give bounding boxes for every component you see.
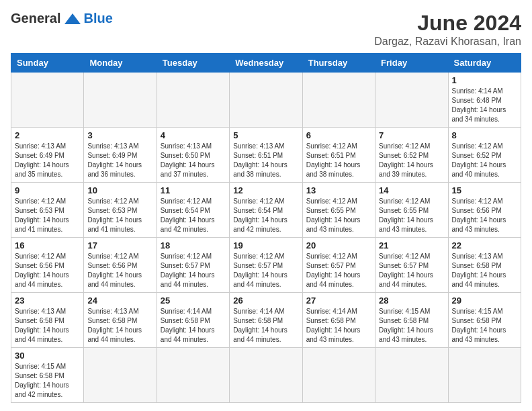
day-info: Sunrise: 4:12 AM Sunset: 6:55 PM Dayligh…: [379, 197, 444, 234]
day-info: Sunrise: 4:12 AM Sunset: 6:56 PM Dayligh…: [452, 197, 517, 234]
day-number: 23: [15, 295, 80, 306]
calendar-cell: 1Sunrise: 4:14 AM Sunset: 6:48 PM Daylig…: [448, 73, 521, 128]
week-row-3: 16Sunrise: 4:12 AM Sunset: 6:56 PM Dayli…: [11, 238, 521, 293]
calendar-cell: [302, 73, 375, 128]
day-number: 20: [306, 240, 371, 250]
calendar-cell: 20Sunrise: 4:12 AM Sunset: 6:57 PM Dayli…: [302, 238, 375, 293]
day-info: Sunrise: 4:14 AM Sunset: 6:48 PM Dayligh…: [452, 87, 517, 124]
calendar-cell: 16Sunrise: 4:12 AM Sunset: 6:56 PM Dayli…: [11, 238, 84, 293]
week-row-2: 9Sunrise: 4:12 AM Sunset: 6:53 PM Daylig…: [11, 183, 521, 238]
day-number: 21: [379, 240, 444, 250]
week-row-0: 1Sunrise: 4:14 AM Sunset: 6:48 PM Daylig…: [11, 73, 521, 128]
calendar-table: SundayMondayTuesdayWednesdayThursdayFrid…: [11, 53, 521, 403]
day-number: 15: [452, 185, 517, 195]
day-info: Sunrise: 4:12 AM Sunset: 6:55 PM Dayligh…: [306, 197, 371, 234]
calendar-cell: 17Sunrise: 4:12 AM Sunset: 6:56 PM Dayli…: [84, 238, 157, 293]
calendar-cell: 22Sunrise: 4:13 AM Sunset: 6:58 PM Dayli…: [448, 238, 521, 293]
weekday-header-saturday: Saturday: [448, 54, 521, 73]
day-number: 4: [161, 130, 226, 140]
day-number: 26: [233, 295, 298, 306]
day-info: Sunrise: 4:14 AM Sunset: 6:58 PM Dayligh…: [306, 307, 371, 345]
day-number: 27: [306, 295, 371, 306]
title-area: June 2024 Dargaz, Razavi Khorasan, Iran: [374, 11, 521, 48]
calendar-body: 1Sunrise: 4:14 AM Sunset: 6:48 PM Daylig…: [11, 73, 521, 403]
weekday-header-sunday: Sunday: [11, 54, 84, 73]
day-info: Sunrise: 4:12 AM Sunset: 6:51 PM Dayligh…: [306, 142, 371, 179]
calendar-cell: 29Sunrise: 4:15 AM Sunset: 6:58 PM Dayli…: [448, 293, 521, 348]
week-row-5: 30Sunrise: 4:15 AM Sunset: 6:58 PM Dayli…: [11, 348, 521, 403]
day-number: 17: [87, 240, 152, 250]
weekday-header-thursday: Thursday: [302, 54, 375, 73]
calendar-cell: [302, 348, 375, 403]
calendar-cell: 7Sunrise: 4:12 AM Sunset: 6:52 PM Daylig…: [375, 128, 448, 183]
calendar-cell: 27Sunrise: 4:14 AM Sunset: 6:58 PM Dayli…: [302, 293, 375, 348]
day-info: Sunrise: 4:12 AM Sunset: 6:56 PM Dayligh…: [15, 252, 80, 289]
calendar-cell: 21Sunrise: 4:12 AM Sunset: 6:57 PM Dayli…: [375, 238, 448, 293]
calendar-cell: [448, 348, 521, 403]
calendar-cell: [230, 348, 302, 403]
day-info: Sunrise: 4:15 AM Sunset: 6:58 PM Dayligh…: [379, 307, 444, 345]
logo: General Blue: [11, 11, 113, 26]
day-info: Sunrise: 4:13 AM Sunset: 6:58 PM Dayligh…: [15, 307, 80, 345]
weekday-row: SundayMondayTuesdayWednesdayThursdayFrid…: [11, 54, 521, 73]
day-number: 8: [452, 130, 517, 140]
day-info: Sunrise: 4:12 AM Sunset: 6:57 PM Dayligh…: [306, 252, 371, 289]
logo-area: General Blue: [11, 11, 113, 26]
calendar-cell: 25Sunrise: 4:14 AM Sunset: 6:58 PM Dayli…: [157, 293, 229, 348]
calendar-cell: 23Sunrise: 4:13 AM Sunset: 6:58 PM Dayli…: [11, 293, 84, 348]
day-number: 9: [15, 185, 80, 195]
day-info: Sunrise: 4:15 AM Sunset: 6:58 PM Dayligh…: [452, 307, 517, 345]
calendar-cell: 18Sunrise: 4:12 AM Sunset: 6:57 PM Dayli…: [157, 238, 229, 293]
calendar-cell: 8Sunrise: 4:12 AM Sunset: 6:52 PM Daylig…: [448, 128, 521, 183]
month-title: June 2024: [374, 11, 521, 36]
day-number: 16: [15, 240, 80, 250]
day-number: 22: [452, 240, 517, 250]
calendar-cell: 11Sunrise: 4:12 AM Sunset: 6:54 PM Dayli…: [157, 183, 229, 238]
day-number: 3: [87, 130, 152, 140]
day-info: Sunrise: 4:13 AM Sunset: 6:58 PM Dayligh…: [452, 252, 517, 289]
day-number: 28: [379, 295, 444, 306]
day-number: 5: [233, 130, 298, 140]
day-number: 2: [15, 130, 80, 140]
svg-marker-0: [64, 13, 81, 24]
calendar-cell: 28Sunrise: 4:15 AM Sunset: 6:58 PM Dayli…: [375, 293, 448, 348]
day-number: 12: [233, 185, 298, 195]
day-info: Sunrise: 4:12 AM Sunset: 6:53 PM Dayligh…: [87, 197, 152, 234]
day-number: 18: [161, 240, 226, 250]
day-number: 14: [379, 185, 444, 195]
day-info: Sunrise: 4:13 AM Sunset: 6:51 PM Dayligh…: [233, 142, 298, 179]
calendar-cell: 26Sunrise: 4:14 AM Sunset: 6:58 PM Dayli…: [230, 293, 302, 348]
day-number: 11: [161, 185, 226, 195]
calendar-cell: 9Sunrise: 4:12 AM Sunset: 6:53 PM Daylig…: [11, 183, 84, 238]
calendar-cell: 19Sunrise: 4:12 AM Sunset: 6:57 PM Dayli…: [230, 238, 302, 293]
day-number: 25: [161, 295, 226, 306]
week-row-1: 2Sunrise: 4:13 AM Sunset: 6:49 PM Daylig…: [11, 128, 521, 183]
calendar-cell: [84, 73, 157, 128]
day-number: 7: [379, 130, 444, 140]
calendar-cell: 2Sunrise: 4:13 AM Sunset: 6:49 PM Daylig…: [11, 128, 84, 183]
day-info: Sunrise: 4:13 AM Sunset: 6:49 PM Dayligh…: [15, 142, 80, 179]
day-number: 13: [306, 185, 371, 195]
day-number: 19: [233, 240, 298, 250]
calendar-cell: [84, 348, 157, 403]
day-number: 1: [452, 75, 517, 85]
calendar-cell: [157, 348, 229, 403]
week-row-4: 23Sunrise: 4:13 AM Sunset: 6:58 PM Dayli…: [11, 293, 521, 348]
calendar-cell: 15Sunrise: 4:12 AM Sunset: 6:56 PM Dayli…: [448, 183, 521, 238]
day-info: Sunrise: 4:15 AM Sunset: 6:58 PM Dayligh…: [15, 362, 80, 400]
calendar-cell: [11, 73, 84, 128]
day-info: Sunrise: 4:13 AM Sunset: 6:49 PM Dayligh…: [87, 142, 152, 179]
day-info: Sunrise: 4:14 AM Sunset: 6:58 PM Dayligh…: [233, 307, 298, 345]
day-number: 29: [452, 295, 517, 306]
day-info: Sunrise: 4:12 AM Sunset: 6:53 PM Dayligh…: [15, 197, 80, 234]
weekday-header-tuesday: Tuesday: [157, 54, 229, 73]
location-subtitle: Dargaz, Razavi Khorasan, Iran: [374, 36, 521, 48]
day-info: Sunrise: 4:12 AM Sunset: 6:57 PM Dayligh…: [379, 252, 444, 289]
day-info: Sunrise: 4:14 AM Sunset: 6:58 PM Dayligh…: [161, 307, 226, 345]
day-number: 24: [87, 295, 152, 306]
day-info: Sunrise: 4:13 AM Sunset: 6:50 PM Dayligh…: [161, 142, 226, 179]
calendar-cell: [375, 73, 448, 128]
day-info: Sunrise: 4:12 AM Sunset: 6:52 PM Dayligh…: [379, 142, 444, 179]
calendar-cell: [157, 73, 229, 128]
calendar-cell: [375, 348, 448, 403]
